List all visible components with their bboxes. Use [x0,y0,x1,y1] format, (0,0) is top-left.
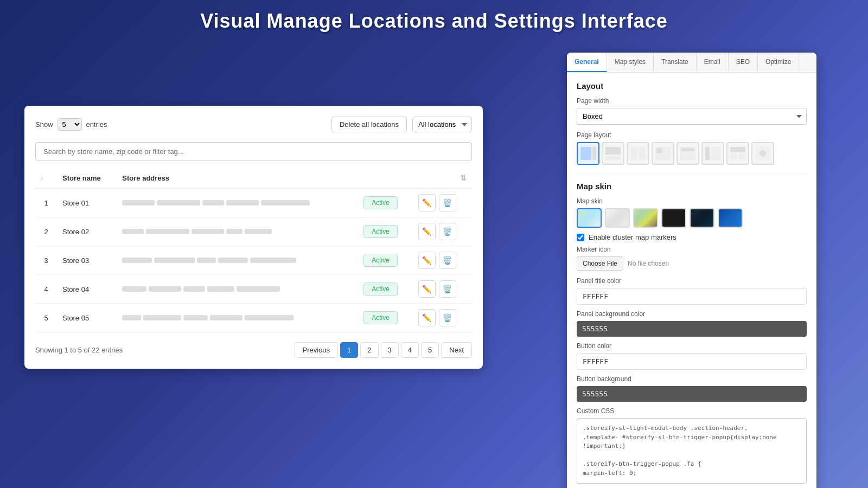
tab-email[interactable]: Email [697,53,729,72]
row-status: Active [358,246,412,275]
css-line-1: .storeify-sl-light-modal-body .section-h… [583,424,801,433]
svg-rect-4 [630,147,637,160]
search-input[interactable] [35,142,472,161]
row-store-name: Store 01 [57,188,117,217]
svg-rect-5 [639,147,646,160]
previous-button[interactable]: Previous [295,342,339,358]
pagination: Previous 1 2 3 4 5 Next [295,342,472,358]
button-bg-value[interactable]: 555555 [577,386,807,402]
page-5-button[interactable]: 5 [421,342,439,358]
delete-button[interactable]: 🗑️ [439,223,456,240]
layout-thumb-6[interactable] [701,142,724,165]
row-actions: ✏️ 🗑️ [413,217,472,246]
section-divider-1 [577,174,807,174]
cluster-markers-label: Enable cluster map markers [589,233,676,241]
status-badge: Active [363,282,398,296]
page-1-button[interactable]: 1 [340,342,358,358]
entries-count-select[interactable]: 5 10 25 [58,118,82,131]
row-store-address [117,246,358,275]
page-width-select[interactable]: Boxed Full Width [577,108,807,125]
panel-bg-color-value[interactable]: 555555 [577,321,807,337]
skin-options [577,208,807,228]
table-row: 1 Store 01 Active ✏️ 🗑️ [35,188,472,217]
page-3-button[interactable]: 3 [381,342,399,358]
svg-rect-3 [605,156,621,160]
layout-thumb-3[interactable] [627,142,649,165]
skin-light2[interactable] [605,208,630,228]
map-skin-section: Map skin Map skin Enable cluster map mar… [577,182,807,484]
map-skin-label: Map skin [577,197,807,205]
layout-thumb-1[interactable] [577,142,599,165]
table-row: 4 Store 04 Active ✏️ 🗑️ [35,275,472,304]
delete-button[interactable]: 🗑️ [439,252,456,269]
button-color-label: Button color [577,342,807,350]
delete-all-button[interactable]: Delete all locations [331,117,407,132]
row-store-address [117,275,358,304]
col-address-header: Store address [117,169,358,188]
svg-rect-2 [605,147,621,155]
button-bg-label: Button background [577,375,807,383]
edit-button[interactable]: ✏️ [418,252,436,269]
panel-title-color-value[interactable]: FFFFFF [577,288,807,305]
panel-bg-color-label: Panel background color [577,310,807,318]
layout-options [577,142,807,165]
skin-night[interactable] [690,208,714,228]
layout-thumb-7[interactable] [726,142,749,165]
tab-optimize[interactable]: Optimize [758,53,799,72]
page-2-button[interactable]: 2 [360,342,378,358]
layout-thumb-8[interactable] [751,142,774,165]
skin-ocean[interactable] [718,208,743,228]
tab-translate[interactable]: Translate [654,53,697,72]
layout-section: Layout Page width Boxed Full Width Page … [577,81,807,165]
layout-thumb-4[interactable] [652,142,674,165]
locations-filter-select[interactable]: All locations [412,117,472,132]
row-num: 3 [35,246,57,275]
layout-thumb-5[interactable] [676,142,699,165]
next-button[interactable]: Next [441,342,472,358]
layout-section-title: Layout [577,81,807,91]
edit-button[interactable]: ✏️ [418,309,436,326]
row-store-name: Store 03 [57,246,117,275]
entries-label: entries [86,120,107,129]
row-num: 5 [35,304,57,332]
row-status: Active [358,275,412,304]
col-status-header [358,169,412,188]
edit-button[interactable]: ✏️ [418,194,436,211]
table-row: 2 Store 02 Active ✏️ 🗑️ [35,217,472,246]
edit-button[interactable]: ✏️ [418,223,436,240]
delete-button[interactable]: 🗑️ [439,309,456,326]
skin-terrain[interactable] [633,208,658,228]
page-4-button[interactable]: 4 [401,342,419,358]
status-badge: Active [363,196,398,209]
skin-dark[interactable] [661,208,686,228]
store-locations-panel: Show 5 10 25 entries Delete all location… [24,106,483,369]
table-row: 5 Store 05 Active ✏️ 🗑️ [35,304,472,332]
button-color-value[interactable]: FFFFFF [577,353,807,370]
panel-title-color-label: Panel title color [577,277,807,285]
choose-file-button[interactable]: Choose File [577,256,623,271]
store-table: ↑ Store name Store address ⇅ 1 Store 01 … [35,169,472,332]
custom-css-editor[interactable]: .storeify-sl-light-modal-body .section-h… [577,418,807,484]
sort-icon: ↑ [41,175,44,182]
tab-map-styles[interactable]: Map styles [607,53,654,72]
row-num: 4 [35,275,57,304]
col-name-header: Store name [57,169,117,188]
css-line-5: margin-left: 0; [583,469,801,478]
delete-button[interactable]: 🗑️ [439,194,456,211]
tab-seo[interactable]: SEO [729,53,758,72]
tab-general[interactable]: General [567,53,607,72]
cluster-markers-row: Enable cluster map markers [577,233,807,241]
row-status: Active [358,217,412,246]
svg-rect-11 [711,147,720,160]
delete-button[interactable]: 🗑️ [439,280,456,298]
page-layout-label: Page layout [577,131,807,139]
cluster-markers-checkbox[interactable] [577,234,584,241]
settings-tabs: General Map styles Translate Email SEO O… [567,53,816,73]
edit-button[interactable]: ✏️ [418,280,436,298]
svg-rect-14 [738,153,745,160]
status-badge: Active [363,254,398,267]
row-store-name: Store 02 [57,217,117,246]
custom-css-label: Custom CSS [577,407,807,415]
skin-light[interactable] [577,208,602,228]
layout-thumb-2[interactable] [602,142,624,165]
